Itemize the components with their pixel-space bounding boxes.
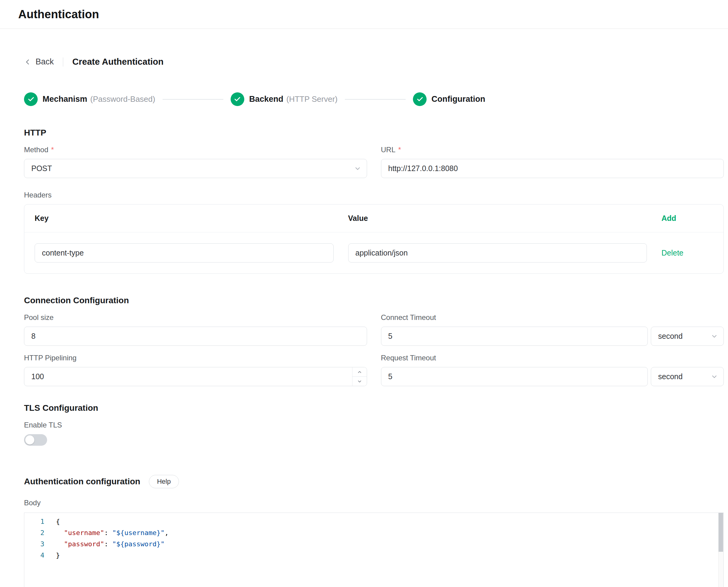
add-header-button[interactable]: Add [661,214,713,223]
code-token: "${username}" [112,529,164,537]
line-number: 2 [24,527,56,538]
step-connector [345,99,406,100]
url-field: URL * [381,138,724,178]
table-row: Delete [24,232,724,274]
code-text: "username": "${username}", [56,527,169,538]
toggle-knob [25,436,34,445]
step-mechanism: Mechanism (Password-Based) [24,92,155,106]
connect-timeout-input[interactable] [381,327,648,346]
pool-size-label: Pool size [24,313,367,322]
request-timeout-input[interactable] [381,367,648,386]
code-token: } [56,551,60,559]
connect-timeout-label: Connect Timeout [381,313,724,322]
page-header: Authentication [0,0,728,29]
key-column-header: Key [34,214,334,223]
chevron-down-icon [354,165,361,172]
method-select[interactable]: POST [24,159,367,178]
code-token: : [104,540,112,548]
method-select-value: POST [31,164,52,173]
check-circle-icon [231,92,244,106]
code-token [56,540,64,548]
request-timeout-unit-value: second [658,372,683,381]
connect-timeout-unit-select[interactable]: second [651,327,724,346]
http-pipelining-field: HTTP Pipelining [24,346,367,386]
delete-header-button[interactable]: Delete [661,249,713,257]
number-stepper [352,367,367,386]
method-label-text: Method [24,145,48,154]
step-sublabel: (HTTP Server) [286,94,337,104]
back-label: Back [36,57,54,67]
decrease-button[interactable] [352,376,367,386]
step-label: Mechanism [43,94,87,104]
value-column-header: Value [348,214,647,223]
code-token: "password" [64,540,104,548]
method-label: Method * [24,145,367,154]
header-value-input[interactable] [348,243,647,262]
pool-size-field: Pool size [24,305,367,346]
http-pipelining-input[interactable] [24,367,367,386]
required-mark: * [51,145,54,154]
check-circle-icon [24,92,38,106]
main-content: Back Create Authentication Mechanism (Pa… [0,57,728,587]
chevron-down-icon [711,373,718,380]
code-token: , [165,529,169,537]
step-connector [163,99,223,100]
line-number: 3 [24,538,56,549]
code-token [56,529,64,537]
step-sublabel: (Password-Based) [90,94,155,104]
connect-timeout-field: Connect Timeout second [381,305,724,346]
chevron-up-icon [357,370,362,375]
tls-section-heading: TLS Configuration [24,403,724,413]
required-mark: * [398,145,401,154]
auth-config-heading: Authentication configuration [24,477,140,487]
request-timeout-unit-select[interactable]: second [651,367,724,386]
headers-label: Headers [24,191,724,199]
stepper: Mechanism (Password-Based) Backend (HTTP… [24,92,724,106]
chevron-down-icon [357,379,362,384]
increase-button[interactable] [352,367,367,376]
chevron-down-icon [711,333,718,340]
back-button[interactable]: Back [24,57,54,67]
code-token: "${password}" [112,540,164,548]
breadcrumb-divider [63,57,63,67]
code-line: 4} [24,549,724,561]
url-input[interactable] [381,159,724,178]
pool-size-input[interactable] [24,327,367,346]
url-label: URL * [381,145,724,154]
code-token: : [104,529,112,537]
create-authentication-title: Create Authentication [72,57,163,67]
chevron-left-icon [24,58,31,66]
code-token: { [56,518,60,525]
method-field: Method * POST [24,138,367,178]
step-label: Backend [249,94,283,104]
code-token: "username" [64,529,104,537]
code-text: "password": "${password}" [56,538,165,549]
page-title: Authentication [18,8,99,21]
step-configuration: Configuration [413,92,485,106]
check-circle-icon [413,92,427,106]
enable-tls-toggle[interactable] [24,434,47,446]
request-timeout-label: Request Timeout [381,354,724,362]
editor-scrollbar-track [718,513,724,587]
header-key-input[interactable] [34,243,334,262]
editor-scrollbar[interactable] [719,513,723,552]
enable-tls-label: Enable TLS [24,421,724,429]
headers-table-header: Key Value Add [24,205,724,232]
code-text: { [56,516,60,527]
headers-table: Key Value Add Delete [24,204,724,274]
http-section-heading: HTTP [24,128,724,138]
connection-section-heading: Connection Configuration [24,296,724,305]
code-line: 2 "username": "${username}", [24,527,724,538]
code-text: } [56,549,60,561]
body-label: Body [24,499,724,507]
line-number: 1 [24,516,56,527]
connect-timeout-unit-value: second [658,332,683,341]
url-label-text: URL [381,145,396,154]
code-lines: 1{2 "username": "${username}",3 "passwor… [24,513,724,561]
request-timeout-field: Request Timeout second [381,346,724,386]
body-code-editor[interactable]: 1{2 "username": "${username}",3 "passwor… [24,513,724,587]
step-backend: Backend (HTTP Server) [231,92,337,106]
breadcrumb: Back Create Authentication [24,57,724,67]
code-line: 3 "password": "${password}" [24,538,724,549]
help-button[interactable]: Help [149,475,179,488]
